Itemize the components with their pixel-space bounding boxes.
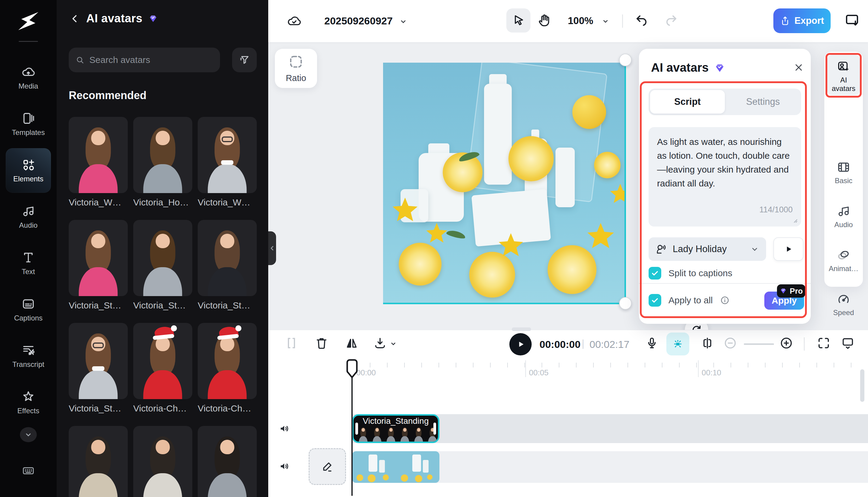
avatar-thumbnail[interactable] xyxy=(69,323,128,399)
dialog-title: AI avatars xyxy=(651,61,709,74)
avatar-name: Victoria_St… xyxy=(69,403,128,414)
selection-handle-top[interactable] xyxy=(619,54,632,66)
project-chevron-icon[interactable] xyxy=(398,16,409,27)
clip-frame-thumbnail xyxy=(412,425,425,443)
avatar-thumbnail[interactable] xyxy=(198,220,257,296)
right-sidebar: AI avatarsBasicAudioAnimat…Speed xyxy=(824,52,863,287)
snap-icon xyxy=(672,338,684,350)
tab-settings[interactable]: Settings xyxy=(725,88,801,115)
track-mute-icon[interactable] xyxy=(279,423,291,435)
redo-button[interactable] xyxy=(664,13,679,28)
sidebar-item-text[interactable]: Text xyxy=(0,240,57,286)
avatar-card: Victoria_St… xyxy=(69,220,128,323)
sidebar-item-elements[interactable]: Elements xyxy=(0,147,57,194)
avatar-thumbnail[interactable] xyxy=(133,117,192,193)
ruler-gridline xyxy=(698,360,699,377)
avatar-thumbnail[interactable] xyxy=(133,426,192,497)
ratio-label: Ratio xyxy=(286,73,306,83)
zoom-out-button[interactable] xyxy=(723,336,737,350)
script-textarea[interactable]: As light as water, as nourishing as loti… xyxy=(648,127,801,227)
hand-tool-icon[interactable] xyxy=(536,13,552,28)
panel-collapse-handle[interactable] xyxy=(268,231,276,265)
fullscreen-button[interactable] xyxy=(817,336,831,350)
sidebar-item-audio[interactable]: Audio xyxy=(0,194,57,240)
play-button[interactable] xyxy=(509,333,532,355)
avatar-thumbnail[interactable] xyxy=(198,323,257,399)
sidebar-item-transcript[interactable]: Transcript xyxy=(0,333,57,379)
ruler-label: 00:05 xyxy=(529,368,548,378)
ratio-button[interactable]: Ratio xyxy=(275,49,317,88)
undo-button[interactable] xyxy=(634,13,648,28)
voiceover-mic-button[interactable] xyxy=(645,336,659,350)
track-mute-icon[interactable] xyxy=(279,460,291,472)
delete-button[interactable] xyxy=(314,336,328,350)
script-text: As light as water, as nourishing as loti… xyxy=(657,135,793,190)
sidebar-tool-audio[interactable]: Audio xyxy=(824,204,863,229)
download-button[interactable] xyxy=(373,336,387,350)
video-canvas[interactable] xyxy=(383,63,626,304)
tab-script[interactable]: Script xyxy=(650,90,725,114)
capcut-logo[interactable] xyxy=(16,11,40,31)
clip-split-tool[interactable] xyxy=(700,336,714,350)
cursor-tool-button[interactable] xyxy=(506,9,530,32)
apply-all-checkbox[interactable] xyxy=(648,294,661,307)
avatar-name: Victoria_Ho… xyxy=(133,197,192,208)
video-clip[interactable] xyxy=(352,451,439,483)
info-icon[interactable] xyxy=(720,296,730,305)
close-icon[interactable] xyxy=(793,62,804,73)
ruler-label: 00:00 xyxy=(356,368,376,378)
avatar-clip[interactable]: Victoria_Standing xyxy=(352,414,439,443)
zoom-in-button[interactable] xyxy=(780,336,793,350)
keyboard-shortcuts-icon[interactable] xyxy=(20,464,37,477)
sidebar-tool-animation[interactable]: Animat… xyxy=(824,248,863,273)
preview-display-button[interactable] xyxy=(841,336,855,350)
rail-items: MediaTemplatesElementsAudioTextCaptionsT… xyxy=(0,55,57,426)
avatar-thumbnail[interactable] xyxy=(198,426,257,497)
avatar-thumbnail[interactable] xyxy=(133,323,192,399)
avatar-thumbnail[interactable] xyxy=(69,117,128,193)
timeline-ruler[interactable] xyxy=(353,363,868,368)
export-button[interactable]: Export xyxy=(773,9,831,33)
clip-frame-thumbnail xyxy=(370,425,384,443)
avatar-card: Victoria_Ho… xyxy=(133,117,192,220)
mirror-flip-button[interactable] xyxy=(345,336,359,350)
avatar-thumbnail[interactable] xyxy=(133,220,192,296)
sidebar-item-templates[interactable]: Templates xyxy=(0,101,57,147)
clip-trim-handle-left[interactable] xyxy=(355,423,358,435)
back-icon[interactable] xyxy=(69,13,81,25)
avatar-thumbnail[interactable] xyxy=(69,220,128,296)
split-captions-checkbox[interactable] xyxy=(648,267,661,280)
sidebar-item-media[interactable]: Media xyxy=(0,55,57,101)
clip-trim-handle-right[interactable] xyxy=(433,423,436,435)
zoom-level[interactable]: 100% xyxy=(568,15,593,27)
sidebar-tool-ai-avatars[interactable]: AI avatars xyxy=(824,60,863,93)
avatar-card: Victoria-Ch… xyxy=(133,323,192,426)
split-clip-button[interactable] xyxy=(284,336,298,350)
selection-handle-bottom[interactable] xyxy=(619,297,632,310)
avatar-card xyxy=(133,426,192,497)
playhead-line[interactable] xyxy=(351,377,353,496)
avatar-thumbnail[interactable] xyxy=(198,117,257,193)
playhead-handle[interactable] xyxy=(346,359,358,378)
timeline-zoom-slider[interactable] xyxy=(744,343,774,345)
rail-expand-button[interactable] xyxy=(20,427,37,442)
resize-handle-icon[interactable] xyxy=(792,217,798,224)
avatar-thumbnail[interactable] xyxy=(69,426,128,497)
timeline-resize-notch[interactable] xyxy=(512,327,531,331)
download-chevron-icon[interactable] xyxy=(389,340,397,347)
search-input[interactable] xyxy=(89,55,213,65)
filter-button[interactable] xyxy=(232,47,257,72)
clip-frame-thumbnail xyxy=(426,425,439,443)
voice-preview-button[interactable] xyxy=(773,237,803,261)
project-title[interactable]: 202509260927 xyxy=(324,15,393,27)
zoom-chevron-icon[interactable] xyxy=(600,16,611,27)
timeline-scrollbar[interactable] xyxy=(860,369,864,402)
auto-snap-button[interactable] xyxy=(667,332,689,355)
edit-cover-button[interactable] xyxy=(309,448,346,485)
voice-selector[interactable]: Lady Holiday xyxy=(648,237,766,261)
screen-cast-icon[interactable] xyxy=(844,12,860,29)
sidebar-tool-basic[interactable]: Basic xyxy=(824,160,863,185)
sidebar-tool-speed[interactable]: Speed xyxy=(824,292,863,317)
sidebar-item-captions[interactable]: Captions xyxy=(0,286,57,333)
sidebar-item-effects[interactable]: Effects xyxy=(0,379,57,426)
